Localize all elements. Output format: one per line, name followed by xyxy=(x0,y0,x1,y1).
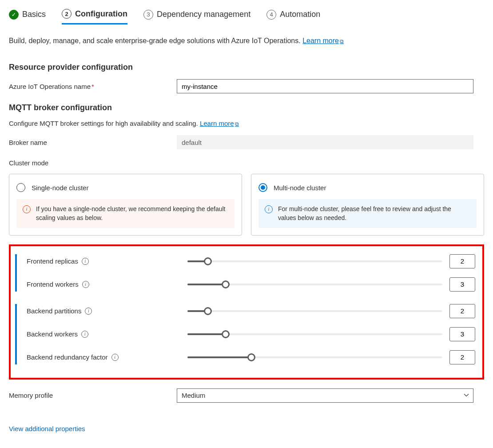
backend-redundancy-slider[interactable] xyxy=(187,356,442,358)
backend-partitions-input[interactable] xyxy=(449,304,475,318)
tab-label: Automation xyxy=(280,10,320,19)
slider-thumb[interactable] xyxy=(247,353,255,361)
learn-more-link[interactable]: Learn more⧉ xyxy=(302,37,344,44)
backend-partitions-label: Backend partitions i xyxy=(27,307,187,315)
mqtt-subdesc: Configure MQTT broker settings for high … xyxy=(9,120,484,127)
backend-slider-group: Backend partitions i Backend workers i xyxy=(15,304,475,364)
info-icon[interactable]: i xyxy=(82,281,89,288)
wizard-tabs: ✓ Basics 2 Configuration 3 Dependency ma… xyxy=(9,9,484,24)
tab-automation[interactable]: 4 Automation xyxy=(266,10,320,24)
mqtt-learn-more-link[interactable]: Learn more⧉ xyxy=(200,120,239,127)
cardinality-highlight-box: Frontend replicas i Frontend workers i xyxy=(9,244,484,380)
tab-label: Dependency management xyxy=(157,10,250,19)
backend-redundancy-label: Backend redundancy factor i xyxy=(27,353,187,361)
slider-thumb[interactable] xyxy=(204,307,212,315)
info-icon[interactable]: i xyxy=(82,258,89,265)
view-additional-properties-link[interactable]: View additional properties xyxy=(9,425,85,432)
multi-node-radio[interactable] xyxy=(258,183,267,192)
step-number-icon: 3 xyxy=(143,10,153,20)
frontend-replicas-label: Frontend replicas i xyxy=(27,257,187,265)
single-node-title: Single-node cluster xyxy=(32,184,88,192)
frontend-workers-input[interactable] xyxy=(449,277,475,292)
tab-configuration[interactable]: 2 Configuration xyxy=(62,9,127,24)
frontend-slider-group: Frontend replicas i Frontend workers i xyxy=(15,254,475,292)
frontend-replicas-slider[interactable] xyxy=(187,260,442,262)
info-icon[interactable]: i xyxy=(81,331,88,338)
broker-name-input xyxy=(177,135,473,149)
multi-node-infobox: i For multi-node cluster, please feel fr… xyxy=(258,199,477,228)
backend-workers-input[interactable] xyxy=(449,327,475,341)
step-number-icon: 2 xyxy=(62,9,72,19)
broker-name-label: Broker name xyxy=(9,139,177,146)
memory-profile-select[interactable]: Medium xyxy=(177,388,473,403)
info-icon[interactable]: i xyxy=(85,308,92,315)
mqtt-heading: MQTT broker configuration xyxy=(9,103,484,112)
frontend-replicas-input[interactable] xyxy=(449,254,475,268)
external-link-icon: ⧉ xyxy=(235,121,239,127)
single-node-card[interactable]: Single-node cluster i If you have a sing… xyxy=(9,174,242,236)
aio-name-label: Azure IoT Operations name* xyxy=(9,83,177,90)
cluster-mode-label: Cluster mode xyxy=(9,159,484,167)
memory-profile-label: Memory profile xyxy=(9,392,177,399)
info-icon[interactable]: i xyxy=(111,354,119,361)
tab-label: Basics xyxy=(22,10,46,19)
multi-node-title: Multi-node cluster xyxy=(274,184,326,192)
backend-partitions-slider[interactable] xyxy=(187,310,442,312)
slider-thumb[interactable] xyxy=(204,257,212,265)
backend-redundancy-input[interactable] xyxy=(449,350,475,364)
external-link-icon: ⧉ xyxy=(340,38,344,44)
intro-text: Build, deploy, manage, and scale enterpr… xyxy=(9,37,484,45)
tab-basics[interactable]: ✓ Basics xyxy=(9,10,46,24)
backend-workers-label: Backend workers i xyxy=(27,330,187,338)
check-icon: ✓ xyxy=(9,10,19,20)
backend-workers-slider[interactable] xyxy=(187,333,442,335)
info-icon: i xyxy=(23,205,31,213)
frontend-workers-slider[interactable] xyxy=(187,284,442,285)
multi-node-card[interactable]: Multi-node cluster i For multi-node clus… xyxy=(251,174,484,236)
single-node-radio[interactable] xyxy=(16,183,25,192)
frontend-workers-label: Frontend workers i xyxy=(27,280,187,288)
resource-provider-heading: Resource provider configuration xyxy=(9,63,484,72)
step-number-icon: 4 xyxy=(266,10,276,20)
info-icon: i xyxy=(265,205,273,213)
aio-name-input[interactable] xyxy=(177,79,473,93)
slider-thumb[interactable] xyxy=(222,280,230,288)
single-node-infobox: i If you have a single-node cluster, we … xyxy=(16,199,235,228)
tab-dependency-management[interactable]: 3 Dependency management xyxy=(143,10,250,24)
slider-thumb[interactable] xyxy=(222,330,230,338)
tab-label: Configuration xyxy=(75,9,127,19)
